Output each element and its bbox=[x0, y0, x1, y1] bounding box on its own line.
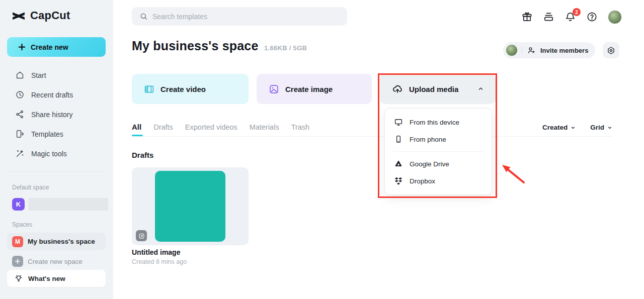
image-type-badge-icon bbox=[136, 230, 147, 241]
menu-item-label: From phone bbox=[410, 136, 446, 143]
view-mode-label: Grid bbox=[590, 124, 604, 131]
menu-item-label: Google Drive bbox=[410, 160, 449, 168]
menu-item-label: Dropbox bbox=[410, 177, 435, 185]
create-new-space-button[interactable]: Create new space bbox=[12, 255, 83, 268]
menu-item-label: From this device bbox=[410, 119, 459, 126]
sidebar-item-label: Recent drafts bbox=[31, 91, 73, 99]
content-tabs: All Drafts Exported videos Materials Tra… bbox=[132, 123, 309, 136]
default-space-name-redacted bbox=[29, 198, 108, 211]
draft-thumbnail bbox=[155, 171, 225, 242]
menu-item-google-drive[interactable]: Google Drive bbox=[385, 155, 492, 172]
tab-drafts[interactable]: Drafts bbox=[153, 123, 173, 136]
sidebar-item-label: Share history bbox=[31, 111, 72, 119]
sidebar-item-label: Magic tools bbox=[31, 150, 67, 158]
create-new-button[interactable]: Create new bbox=[7, 37, 106, 57]
default-space-label: Default space bbox=[12, 184, 49, 191]
create-image-label: Create image bbox=[285, 85, 333, 93]
create-video-label: Create video bbox=[160, 85, 206, 93]
sidebar-item-start[interactable]: Start bbox=[0, 65, 113, 85]
space-avatar: M bbox=[12, 236, 23, 247]
storage-tray-icon[interactable] bbox=[543, 11, 555, 23]
tab-exported-videos[interactable]: Exported videos bbox=[185, 123, 237, 136]
create-new-label: Create new bbox=[31, 43, 68, 51]
member-avatar bbox=[506, 45, 517, 56]
tabs-divider bbox=[132, 136, 613, 137]
sidebar-nav: Start Recent drafts Share history Templa… bbox=[0, 65, 113, 163]
sidebar-item-recent-drafts[interactable]: Recent drafts bbox=[0, 85, 113, 105]
templates-icon bbox=[15, 129, 25, 139]
menu-item-dropbox[interactable]: Dropbox bbox=[385, 172, 492, 189]
topbar-icons: 2 bbox=[521, 10, 622, 24]
tab-all[interactable]: All bbox=[132, 123, 141, 136]
menu-item-from-this-device[interactable]: From this device bbox=[385, 114, 492, 131]
view-mode-dropdown[interactable]: Grid bbox=[590, 124, 613, 131]
view-controls: Created Grid bbox=[542, 124, 613, 131]
sidebar-item-magic-tools[interactable]: Magic tools bbox=[0, 144, 113, 163]
image-icon bbox=[269, 84, 279, 94]
film-icon bbox=[144, 84, 154, 94]
sidebar-divider bbox=[7, 171, 106, 172]
storage-usage: 1.66KB / 5GB bbox=[264, 44, 307, 52]
sidebar-item-templates[interactable]: Templates bbox=[0, 124, 113, 144]
default-space-avatar: K bbox=[12, 198, 25, 211]
clock-icon bbox=[15, 90, 25, 99]
dropbox-icon bbox=[394, 176, 403, 185]
space-name: My business's space bbox=[28, 238, 95, 245]
sidebar-item-label: Start bbox=[31, 71, 46, 79]
share-icon bbox=[15, 110, 25, 119]
home-icon bbox=[15, 70, 25, 80]
pill-divider bbox=[522, 47, 522, 54]
tab-trash[interactable]: Trash bbox=[291, 123, 310, 136]
sidebar-item-share-history[interactable]: Share history bbox=[0, 105, 113, 124]
invite-members-label: Invite members bbox=[540, 47, 588, 54]
search-icon bbox=[139, 12, 148, 21]
whats-new-button[interactable]: What's new bbox=[7, 270, 106, 287]
lightbulb-icon bbox=[14, 274, 23, 283]
drafts-section-heading: Drafts bbox=[132, 151, 153, 159]
invite-members-button[interactable]: Invite members bbox=[503, 42, 595, 58]
draft-card[interactable] bbox=[132, 167, 249, 245]
capcut-logo-icon bbox=[11, 10, 26, 21]
search-bar bbox=[132, 7, 347, 26]
spaces-label: Spaces bbox=[12, 221, 32, 228]
gift-icon[interactable] bbox=[521, 11, 533, 23]
space-settings-button[interactable] bbox=[603, 42, 619, 58]
sidebar-item-my-business-space[interactable]: M My business's space bbox=[7, 233, 106, 250]
magic-wand-icon bbox=[15, 149, 25, 158]
phone-icon bbox=[394, 135, 403, 144]
tab-materials[interactable]: Materials bbox=[250, 123, 279, 136]
whats-new-label: What's new bbox=[28, 275, 65, 282]
brand-name: CapCut bbox=[30, 9, 70, 22]
default-space-item[interactable]: K bbox=[12, 198, 108, 211]
sort-label: Created bbox=[542, 124, 568, 131]
search-input[interactable] bbox=[152, 7, 347, 26]
create-video-button[interactable]: Create video bbox=[132, 74, 249, 104]
settings-nut-icon bbox=[606, 46, 616, 55]
capcut-logo: CapCut bbox=[11, 9, 70, 22]
annotation-arrow bbox=[497, 161, 528, 187]
upload-media-menu: From this device From phone Google Drive… bbox=[384, 108, 492, 195]
sort-dropdown[interactable]: Created bbox=[542, 124, 576, 131]
menu-item-from-phone[interactable]: From phone bbox=[385, 131, 492, 148]
help-icon[interactable] bbox=[586, 11, 598, 23]
sidebar: CapCut Create new Start Recent drafts bbox=[0, 0, 113, 299]
draft-title: Untitled image bbox=[132, 248, 180, 256]
notification-bell-icon[interactable]: 2 bbox=[565, 11, 577, 23]
upload-media-button[interactable]: Upload media bbox=[380, 74, 496, 104]
capcut-workspace: CapCut Create new Start Recent drafts bbox=[0, 0, 644, 299]
chevron-down-icon bbox=[570, 125, 576, 131]
monitor-icon bbox=[394, 118, 403, 127]
create-image-button[interactable]: Create image bbox=[257, 74, 372, 104]
person-plus-icon bbox=[527, 46, 536, 55]
cloud-upload-icon bbox=[392, 83, 403, 94]
create-new-space-label: Create new space bbox=[28, 258, 83, 265]
notification-badge: 2 bbox=[573, 8, 581, 16]
page-title: My business's space bbox=[132, 39, 259, 53]
chevron-down-icon bbox=[607, 125, 613, 131]
plus-icon bbox=[12, 256, 23, 267]
upload-media-label: Upload media bbox=[409, 85, 458, 93]
plus-icon bbox=[18, 43, 26, 51]
chevron-up-icon bbox=[477, 85, 485, 92]
sidebar-item-label: Templates bbox=[31, 130, 63, 138]
user-avatar[interactable] bbox=[608, 10, 622, 24]
